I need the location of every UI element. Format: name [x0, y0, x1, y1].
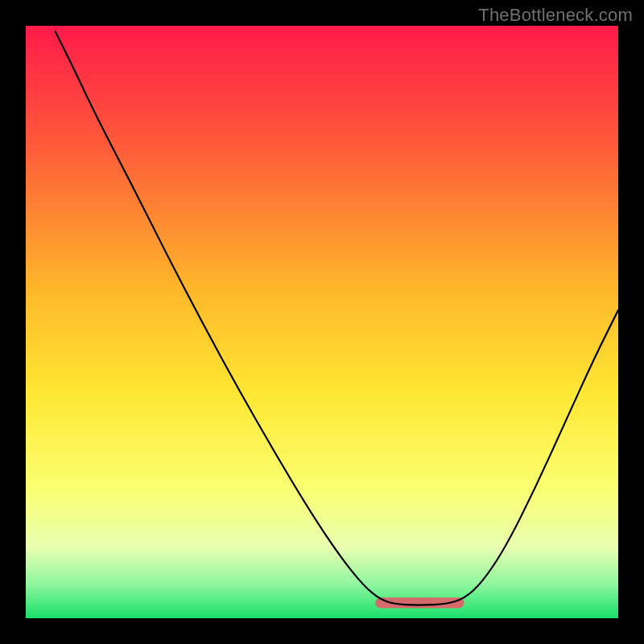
bottleneck-plot-canvas	[0, 0, 644, 644]
watermark-text: TheBottleneck.com	[478, 5, 633, 26]
chart-stage: TheBottleneck.com	[0, 0, 644, 644]
